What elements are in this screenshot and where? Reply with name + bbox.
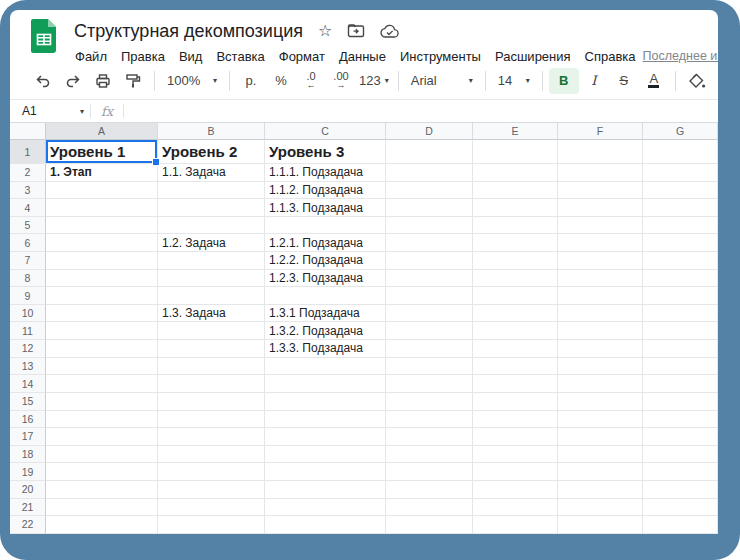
cell-F9[interactable] <box>558 287 643 305</box>
cell-A20[interactable] <box>46 481 158 499</box>
cell-E11[interactable] <box>473 322 558 340</box>
menu-item-help[interactable]: Справка <box>578 47 643 66</box>
row-header-16[interactable]: 16 <box>10 411 46 429</box>
cell-A10[interactable] <box>46 305 158 323</box>
cell-D15[interactable] <box>386 393 473 411</box>
cell-F20[interactable] <box>558 481 643 499</box>
cell-D7[interactable] <box>386 252 473 270</box>
row-header-1[interactable]: 1 <box>10 140 46 164</box>
cell-G4[interactable] <box>643 199 718 217</box>
cell-B2[interactable]: 1.1. Задача <box>158 164 265 182</box>
cell-F15[interactable] <box>558 393 643 411</box>
cell-F14[interactable] <box>558 375 643 393</box>
cell-B6[interactable]: 1.2. Задача <box>158 234 265 252</box>
cell-B20[interactable] <box>158 481 265 499</box>
cell-E16[interactable] <box>473 411 558 429</box>
cell-B14[interactable] <box>158 375 265 393</box>
cell-F5[interactable] <box>558 217 643 235</box>
cell-B11[interactable] <box>158 322 265 340</box>
cell-B19[interactable] <box>158 463 265 481</box>
cell-B5[interactable] <box>158 217 265 235</box>
cell-G16[interactable] <box>643 411 718 429</box>
cell-D5[interactable] <box>386 217 473 235</box>
cell-D12[interactable] <box>386 340 473 358</box>
italic-button[interactable]: I <box>579 68 609 94</box>
cell-G13[interactable] <box>643 358 718 376</box>
column-header-B[interactable]: B <box>158 123 265 140</box>
percent-format-button[interactable]: % <box>266 68 296 94</box>
cell-A18[interactable] <box>46 446 158 464</box>
cell-A3[interactable] <box>46 182 158 200</box>
cell-E9[interactable] <box>473 287 558 305</box>
cell-E15[interactable] <box>473 393 558 411</box>
cell-F19[interactable] <box>558 463 643 481</box>
cell-D16[interactable] <box>386 411 473 429</box>
cell-G3[interactable] <box>643 182 718 200</box>
cell-B13[interactable] <box>158 358 265 376</box>
cell-A5[interactable] <box>46 217 158 235</box>
formula-input[interactable] <box>124 100 718 122</box>
number-format-button[interactable]: 123▾ <box>356 68 392 94</box>
cell-C18[interactable] <box>265 446 386 464</box>
cell-E7[interactable] <box>473 252 558 270</box>
menu-item-format[interactable]: Формат <box>272 47 332 66</box>
cell-B7[interactable] <box>158 252 265 270</box>
select-all-corner[interactable] <box>10 123 46 140</box>
cell-F21[interactable] <box>558 499 643 517</box>
cell-A13[interactable] <box>46 358 158 376</box>
zoom-select[interactable]: 100%▾ <box>161 68 223 94</box>
cell-C3[interactable]: 1.1.2. Подзадача <box>265 182 386 200</box>
row-header-22[interactable]: 22 <box>10 516 46 534</box>
paint-format-button[interactable] <box>118 68 148 94</box>
cell-D20[interactable] <box>386 481 473 499</box>
cell-F17[interactable] <box>558 428 643 446</box>
column-header-E[interactable]: E <box>473 123 558 140</box>
cell-D13[interactable] <box>386 358 473 376</box>
cell-E14[interactable] <box>473 375 558 393</box>
cell-C9[interactable] <box>265 287 386 305</box>
cell-C4[interactable]: 1.1.3. Подзадача <box>265 199 386 217</box>
row-header-20[interactable]: 20 <box>10 481 46 499</box>
cell-B15[interactable] <box>158 393 265 411</box>
bold-button[interactable]: B <box>549 68 579 94</box>
cell-E6[interactable] <box>473 234 558 252</box>
name-box[interactable]: A1 ▾ <box>20 104 90 118</box>
cell-F10[interactable] <box>558 305 643 323</box>
cell-F16[interactable] <box>558 411 643 429</box>
cell-B16[interactable] <box>158 411 265 429</box>
cell-B18[interactable] <box>158 446 265 464</box>
move-to-folder-icon[interactable] <box>347 23 365 39</box>
cell-G11[interactable] <box>643 322 718 340</box>
cell-C17[interactable] <box>265 428 386 446</box>
cell-C8[interactable]: 1.2.3. Подзадача <box>265 270 386 288</box>
row-header-12[interactable]: 12 <box>10 340 46 358</box>
row-header-18[interactable]: 18 <box>10 446 46 464</box>
menu-item-insert[interactable]: Вставка <box>209 47 271 66</box>
cell-B9[interactable] <box>158 287 265 305</box>
cell-C7[interactable]: 1.2.2. Подзадача <box>265 252 386 270</box>
redo-button[interactable] <box>58 68 88 94</box>
cell-B21[interactable] <box>158 499 265 517</box>
row-header-5[interactable]: 5 <box>10 217 46 235</box>
cell-F4[interactable] <box>558 199 643 217</box>
star-icon[interactable]: ☆ <box>318 23 332 39</box>
cell-C1[interactable]: Уровень 3 <box>265 140 386 164</box>
cell-B8[interactable] <box>158 270 265 288</box>
cell-E21[interactable] <box>473 499 558 517</box>
cell-D11[interactable] <box>386 322 473 340</box>
cell-D18[interactable] <box>386 446 473 464</box>
cell-F2[interactable] <box>558 164 643 182</box>
row-header-7[interactable]: 7 <box>10 252 46 270</box>
cell-D8[interactable] <box>386 270 473 288</box>
row-header-11[interactable]: 11 <box>10 322 46 340</box>
row-header-2[interactable]: 2 <box>10 164 46 182</box>
row-header-19[interactable]: 19 <box>10 463 46 481</box>
menu-item-file[interactable]: Файл <box>68 47 114 66</box>
column-header-C[interactable]: C <box>265 123 386 140</box>
cell-D1[interactable] <box>386 140 473 164</box>
cell-E20[interactable] <box>473 481 558 499</box>
cell-G14[interactable] <box>643 375 718 393</box>
cell-G19[interactable] <box>643 463 718 481</box>
cell-D9[interactable] <box>386 287 473 305</box>
cell-E13[interactable] <box>473 358 558 376</box>
